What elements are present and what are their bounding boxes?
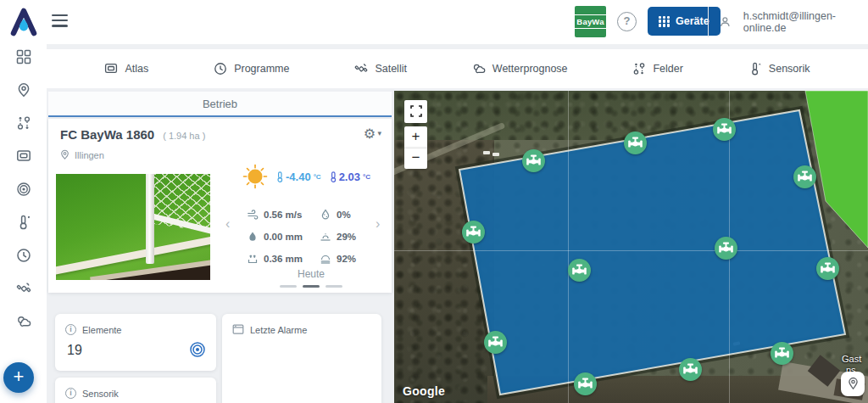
- weather-wind: 0.56 m/s: [247, 209, 320, 221]
- sensors-card-title: Sensorik: [82, 389, 119, 399]
- sunrise-icon: [320, 231, 331, 243]
- tab-betrieb[interactable]: Betrieb: [48, 92, 392, 117]
- elements-count: 19: [67, 343, 82, 358]
- evaporation-icon: [247, 253, 259, 265]
- temp-low-unit: °C: [314, 173, 321, 181]
- topbar: BayWa ? Geräte h.schmidt@illingen-online…: [47, 0, 868, 44]
- farm-name: FC BayWa 1860: [60, 127, 154, 142]
- temp-low-value: -4.40: [286, 171, 311, 183]
- sensors-card[interactable]: i Sensorik: [55, 378, 216, 403]
- topbar-divider: [708, 7, 709, 37]
- carousel-dot[interactable]: [280, 285, 297, 288]
- valve-marker[interactable]: [713, 118, 736, 141]
- sidebar-item-atlas-monitor-icon[interactable]: [16, 148, 31, 164]
- sidebar-item-dashboard-grid-icon[interactable]: [16, 49, 31, 64]
- tab-betrieb-label: Betrieb: [203, 98, 237, 110]
- valve-marker[interactable]: [574, 372, 597, 395]
- wind-icon: [247, 209, 259, 221]
- farm-settings-button[interactable]: ⚙ ▾: [364, 126, 381, 142]
- clock-icon: [214, 62, 227, 76]
- valve-marker[interactable]: [522, 149, 545, 172]
- map-gridline: [568, 91, 569, 403]
- map-canvas[interactable]: + − Gast ns Google: [394, 91, 868, 403]
- sidebar-item-location-pin-icon[interactable]: [16, 82, 31, 98]
- tab-felder[interactable]: Felder: [632, 62, 682, 76]
- sidebar-item-thermometer-icon[interactable]: [16, 215, 31, 230]
- weather-carousel-dots: [238, 285, 384, 288]
- weather-prev-button[interactable]: ‹: [225, 216, 230, 232]
- location-pin-icon: [60, 149, 70, 160]
- farm-card: FC BayWa 1860 ( 1.94 ha ) ⚙ ▾ Illingen ‹…: [48, 119, 392, 293]
- map-gridline: [394, 250, 868, 251]
- tab-felder-label: Felder: [653, 63, 682, 75]
- zoom-out-button[interactable]: −: [404, 148, 427, 169]
- fullscreen-button[interactable]: [404, 100, 427, 123]
- tab-wetterprognose[interactable]: Wetterprognose: [472, 62, 568, 76]
- alarms-card[interactable]: Letzte Alarme: [222, 314, 381, 403]
- tab-atlas[interactable]: Atlas: [104, 62, 148, 76]
- monitor-icon: [104, 62, 118, 76]
- tab-sensorik-label: Sensorik: [769, 63, 810, 75]
- help-button[interactable]: ?: [617, 12, 637, 31]
- carousel-dot[interactable]: [326, 285, 342, 288]
- tab-programme-label: Programme: [234, 63, 289, 75]
- alarms-icon: [232, 324, 244, 335]
- carousel-dot-active[interactable]: [303, 285, 320, 288]
- weather-rain-probability: 0%: [320, 209, 384, 221]
- tab-wetterprognose-label: Wetterprognose: [492, 63, 568, 75]
- app-logo: [8, 5, 40, 39]
- add-button[interactable]: +: [3, 362, 34, 393]
- weather-humidity: 29%: [320, 231, 384, 243]
- farm-area: ( 1.94 ha ): [163, 131, 205, 141]
- weather-cloud-icon: [472, 62, 486, 76]
- main-nav: Atlas Programme Satellit Wetterprognose …: [47, 49, 868, 88]
- thermometer-icon: [748, 62, 762, 76]
- app-window: + BayWa ? Geräte h.schmidt@illingen-onli…: [0, 0, 868, 403]
- valve-marker[interactable]: [679, 358, 702, 381]
- zoom-in-button[interactable]: +: [404, 126, 427, 148]
- elements-card[interactable]: i Elemente 19: [55, 314, 216, 371]
- tab-satellit-label: Satellit: [375, 63, 407, 75]
- sidebar-item-satellite-icon[interactable]: [16, 281, 31, 296]
- satellite-icon: [354, 62, 368, 76]
- valve-marker[interactable]: [462, 221, 485, 243]
- user-email: h.schmidt@illingen-online.de: [743, 10, 868, 34]
- irrigation-target-icon[interactable]: [189, 341, 206, 358]
- map-place-label: Gast: [842, 354, 861, 364]
- hamburger-menu-icon[interactable]: [52, 14, 68, 27]
- user-icon: [719, 15, 732, 29]
- elements-card-title: Elemente: [82, 325, 121, 335]
- farm-panel: Betrieb FC BayWa 1860 ( 1.94 ha ) ⚙ ▾ Il…: [48, 92, 392, 403]
- tab-atlas-label: Atlas: [125, 63, 148, 75]
- sidebar-item-irrigation-target-icon[interactable]: [16, 182, 31, 197]
- alarms-card-title: Letzte Alarme: [250, 325, 307, 335]
- sidebar-item-clock-icon[interactable]: [16, 248, 31, 263]
- farm-location: Illingen: [75, 150, 104, 160]
- sidebar-item-fields-route-icon[interactable]: [16, 115, 31, 131]
- valve-marker[interactable]: [816, 257, 839, 280]
- temp-high-value: 2.03: [339, 171, 360, 183]
- valve-marker[interactable]: [715, 237, 737, 260]
- tab-satellit[interactable]: Satellit: [354, 62, 407, 76]
- valve-marker[interactable]: [771, 342, 793, 365]
- sidebar-item-weather-cloud-icon[interactable]: [16, 314, 31, 329]
- valve-marker[interactable]: [568, 259, 591, 282]
- tab-programme[interactable]: Programme: [214, 62, 289, 76]
- valve-marker[interactable]: [793, 165, 816, 188]
- weather-day-label: Heute: [238, 268, 384, 280]
- weather-evaporation: 0.36 mm: [247, 253, 320, 265]
- devices-button[interactable]: Geräte: [648, 7, 721, 36]
- humidity-drop-icon: [320, 209, 331, 221]
- my-location-button[interactable]: [841, 372, 865, 396]
- weather-precipitation: 0.00 mm: [247, 231, 320, 243]
- fog-cloud-icon: [320, 253, 331, 265]
- tab-sensorik[interactable]: Sensorik: [748, 62, 810, 76]
- user-menu[interactable]: h.schmidt@illingen-online.de: [719, 0, 868, 44]
- valve-marker[interactable]: [484, 331, 507, 354]
- weather-cloud-cover: 92%: [320, 253, 384, 265]
- valve-marker[interactable]: [624, 132, 647, 154]
- page-background: Atlas Programme Satellit Wetterprognose …: [47, 44, 868, 403]
- baywa-logo: BayWa: [575, 6, 606, 37]
- google-logo: Google: [403, 384, 445, 398]
- field-photo: [56, 174, 210, 280]
